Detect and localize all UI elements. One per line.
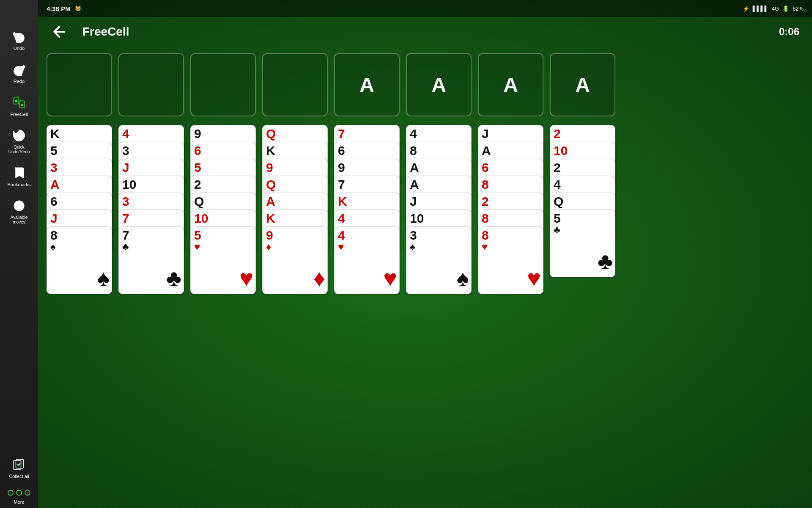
more-button[interactable]: More [2, 486, 36, 508]
more-dot [8, 490, 14, 496]
foundation-cell-3[interactable]: A [478, 53, 543, 116]
game-timer: 0:06 [779, 26, 799, 38]
undo-button[interactable]: Undo [2, 25, 36, 54]
status-bar: 4:38 PM 🐱 ⚡ ▌▌▌▌ 4G 🔋 62% [38, 0, 812, 17]
svg-text:♥: ♥ [21, 102, 23, 107]
svg-text:♥: ♥ [15, 99, 17, 103]
bluetooth-icon: ⚡ [743, 6, 749, 12]
free-cell-4[interactable] [262, 53, 328, 116]
foundation-cell-2[interactable]: A [406, 53, 472, 116]
cards-area: A A A A K♠♠ 5♠♠ 3♥♥ A♦♦ 6♠♠ J♥♥ 8♠♠ 4♦♦ … [38, 47, 812, 508]
column-4: Q♦♦ K♣♣ 9♦♦ Q♥♥ A♥♥ K♥♥ 9♦♦ [262, 125, 328, 504]
card[interactable]: 5♣♣ [550, 210, 615, 277]
sidebar: Undo Redo ♥ ♥ FreeCell Quick Undo/ [0, 0, 38, 508]
game-title: FreeCell [82, 25, 129, 39]
signal-strength: ▌▌▌▌ [753, 6, 768, 12]
game-area: 4:38 PM 🐱 ⚡ ▌▌▌▌ 4G 🔋 62% FreeCell 0:06 … [38, 0, 812, 508]
game-button[interactable]: ♥ ♥ FreeCell [2, 91, 36, 120]
more-dot [16, 490, 22, 496]
column-8: 2♦♦ 10♦♦ 2♠♠ 4♠♠ Q♠♠ 5♣♣ [550, 125, 615, 504]
bookmarks-button[interactable]: Bookmarks [2, 162, 36, 190]
time-display: 4:38 PM [47, 5, 71, 12]
foundation-cell-4[interactable]: A [550, 53, 615, 116]
card[interactable]: 7♣♣ [118, 226, 184, 294]
columns: K♠♠ 5♠♠ 3♥♥ A♦♦ 6♠♠ J♥♥ 8♠♠ 4♦♦ 3♣♣ J♦♦ … [47, 125, 804, 504]
column-3: 9♣♣ 6♥♥ 5♦♦ 2♣♣ Q♣♣ 10♥♥ 5♥♥ [190, 125, 256, 504]
battery-percent: 62% [793, 6, 804, 12]
free-cell-2[interactable] [118, 53, 184, 116]
card[interactable]: 4♥♥ [334, 226, 400, 294]
card[interactable]: 9♦♦ [262, 226, 328, 294]
free-cell-1[interactable] [47, 53, 112, 116]
status-icon: 🐱 [75, 6, 81, 11]
foundation-cell-1[interactable]: A [334, 53, 400, 116]
available-moves-button[interactable]: Available moves [2, 195, 36, 228]
column-7: J♣♣ A♣♣ 6♦♦ 8♦♦ 2♥♥ 8♥♥ 8♥♥ [478, 125, 543, 504]
column-5: 7♥♥ 6♣♣ 9♠♠ 7♠♠ K♦♦ 4♥♥ 4♥♥ [334, 125, 400, 504]
battery-icon: 🔋 [782, 6, 789, 12]
back-icon[interactable] [51, 23, 68, 40]
top-cells-row: A A A A [47, 51, 804, 119]
card[interactable]: 3♠♠ [406, 226, 472, 294]
card[interactable]: 8♥♥ [478, 226, 543, 294]
column-2: 4♦♦ 3♣♣ J♦♦ 10♣♣ 3♦♦ 7♦♦ 7♣♣ [118, 125, 184, 504]
column-6: 4♣♣ 8♣♣ A♣♣ A♠♠ J♠♠ 10♠♠ 3♠♠ [406, 125, 472, 504]
card[interactable]: 8♠♠ [47, 226, 112, 294]
free-cell-3[interactable] [190, 53, 256, 116]
redo-button[interactable]: Redo [2, 58, 36, 87]
battery-area: ⚡ ▌▌▌▌ 4G 🔋 62% [743, 6, 804, 12]
more-dot [25, 490, 30, 496]
network-type: 4G [772, 6, 779, 12]
collect-all-button[interactable]: Collect all [2, 453, 36, 482]
card[interactable]: 5♥♥ [190, 226, 256, 294]
top-bar: FreeCell 0:06 [38, 17, 812, 47]
column-1: K♠♠ 5♠♠ 3♥♥ A♦♦ 6♠♠ J♥♥ 8♠♠ [47, 125, 112, 504]
quick-undo-button[interactable]: Quick Undo/Redo [2, 124, 36, 157]
